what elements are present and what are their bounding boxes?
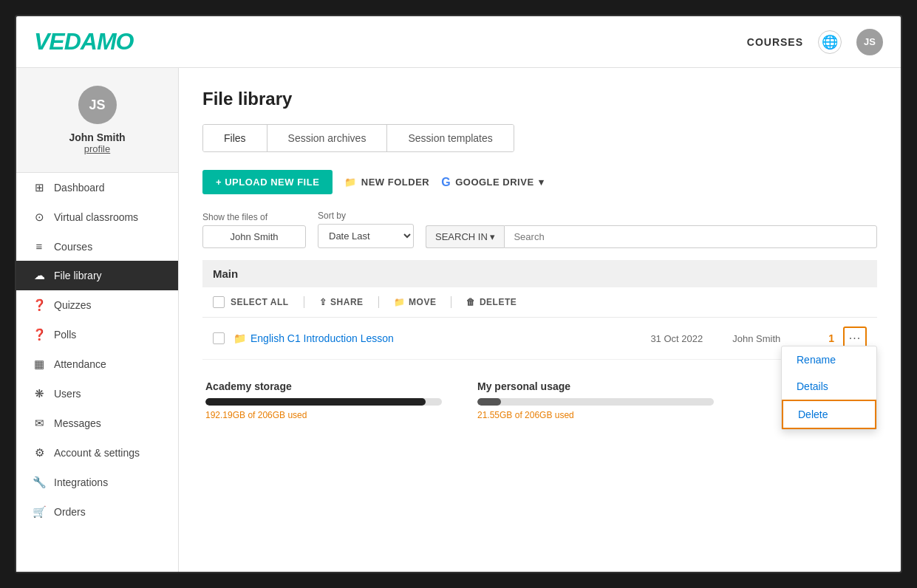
divider bbox=[378, 296, 379, 308]
tab-session-archives[interactable]: Session archives bbox=[267, 125, 388, 151]
rename-menu-item[interactable]: Rename bbox=[782, 346, 876, 373]
sidebar-item-label: File library bbox=[54, 270, 102, 281]
search-input[interactable] bbox=[504, 225, 877, 248]
folder-icon: 📁 bbox=[233, 332, 246, 344]
personal-storage-title: My personal usage bbox=[477, 380, 714, 392]
logo: VEDAMO bbox=[34, 28, 133, 55]
file-row: 📁 English C1 Introduction Lesson 31 Oct … bbox=[202, 318, 877, 360]
academy-progress-bar bbox=[205, 398, 442, 406]
google-drive-button[interactable]: G GOOGLE DRIVE ▾ bbox=[441, 176, 544, 189]
sidebar-item-label: Quizzes bbox=[54, 299, 92, 311]
file-checkbox[interactable] bbox=[213, 332, 225, 344]
sidebar-nav: ⊞ Dashboard ⊙ Virtual classrooms ≡ Cours… bbox=[16, 173, 178, 527]
sidebar-item-label: Messages bbox=[54, 417, 101, 429]
account-settings-icon: ⚙ bbox=[32, 446, 47, 459]
globe-icon[interactable]: 🌐 bbox=[818, 30, 842, 54]
academy-progress-fill bbox=[205, 398, 426, 406]
sidebar-item-label: Integrations bbox=[54, 476, 108, 488]
main-layout: JS John Smith profile ⊞ Dashboard ⊙ Virt… bbox=[16, 68, 901, 572]
sort-select[interactable]: Date Last bbox=[318, 224, 414, 248]
folder-icon: 📁 bbox=[344, 177, 357, 188]
file-owner: John Smith bbox=[732, 333, 806, 344]
file-date: 31 Oct 2022 bbox=[650, 333, 703, 344]
delete-button[interactable]: 🗑 DELETE bbox=[466, 297, 517, 307]
sidebar-profile: JS John Smith profile bbox=[16, 68, 178, 173]
personal-storage-text: 21.55GB of 206GB used bbox=[477, 410, 714, 420]
google-icon: G bbox=[441, 176, 451, 189]
academy-storage-title: Academy storage bbox=[205, 380, 442, 392]
move-button[interactable]: 📁 MOVE bbox=[394, 297, 437, 307]
share-icon: ⇪ bbox=[319, 297, 327, 307]
file-library-icon: ☁ bbox=[32, 269, 47, 282]
sidebar-item-quizzes[interactable]: ❓ Quizzes bbox=[16, 290, 178, 320]
chevron-down-icon: ▾ bbox=[539, 177, 545, 188]
profile-link[interactable]: profile bbox=[28, 143, 166, 154]
attendance-icon: ▦ bbox=[32, 358, 47, 371]
header: VEDAMO COURSES 🌐 JS bbox=[16, 16, 901, 68]
content-area: File library Files Session archives Sess… bbox=[179, 68, 901, 572]
filter-sort-group: Sort by Date Last bbox=[318, 211, 414, 248]
tab-session-templates[interactable]: Session templates bbox=[387, 125, 513, 151]
action-toolbar: + UPLOAD NEW FILE 📁 NEW FOLDER G GOOGLE … bbox=[202, 170, 877, 194]
sidebar-item-label: Virtual classrooms bbox=[54, 211, 138, 223]
sidebar-item-integrations[interactable]: 🔧 Integrations bbox=[16, 468, 178, 497]
sidebar-item-label: Orders bbox=[54, 506, 86, 518]
sidebar-item-attendance[interactable]: ▦ Attendance bbox=[16, 349, 178, 379]
delete-menu-item[interactable]: Delete bbox=[782, 400, 876, 429]
users-icon: ❋ bbox=[32, 387, 47, 400]
sidebar-username: John Smith bbox=[28, 131, 166, 143]
divider bbox=[304, 296, 304, 308]
select-all-checkbox[interactable] bbox=[213, 296, 225, 308]
virtual-classrooms-icon: ⊙ bbox=[32, 211, 47, 224]
new-folder-button[interactable]: 📁 NEW FOLDER bbox=[344, 177, 429, 188]
academy-storage-text: 192.19GB of 206GB used bbox=[205, 410, 442, 420]
context-menu: Rename Details Delete bbox=[781, 346, 877, 430]
academy-storage: Academy storage 192.19GB of 206GB used bbox=[205, 380, 442, 420]
courses-icon: ≡ bbox=[32, 240, 47, 253]
polls-icon: ❓ bbox=[32, 328, 47, 341]
sort-by-label: Sort by bbox=[318, 211, 414, 221]
personal-storage: My personal usage 21.55GB of 206GB used bbox=[477, 380, 714, 420]
sidebar-item-courses[interactable]: ≡ Courses bbox=[16, 232, 178, 261]
tab-files[interactable]: Files bbox=[203, 125, 267, 151]
sidebar-item-virtual-classrooms[interactable]: ⊙ Virtual classrooms bbox=[16, 202, 178, 232]
search-in-button[interactable]: SEARCH IN ▾ bbox=[426, 225, 504, 248]
courses-link[interactable]: COURSES bbox=[747, 36, 803, 48]
sidebar-item-label: Attendance bbox=[54, 358, 106, 370]
divider bbox=[451, 296, 451, 308]
integrations-icon: 🔧 bbox=[32, 476, 47, 489]
section-header: Main bbox=[202, 260, 877, 287]
owner-filter-button[interactable]: John Smith bbox=[202, 225, 306, 248]
delete-icon: 🗑 bbox=[466, 297, 476, 307]
file-name[interactable]: English C1 Introduction Lesson bbox=[250, 332, 650, 344]
filter-row: Show the files of John Smith Sort by Dat… bbox=[202, 211, 877, 248]
page-title: File library bbox=[202, 89, 877, 109]
avatar: JS bbox=[78, 86, 117, 124]
sidebar-item-account-settings[interactable]: ⚙ Account & settings bbox=[16, 438, 178, 468]
dashboard-icon: ⊞ bbox=[32, 181, 47, 194]
share-button[interactable]: ⇪ SHARE bbox=[319, 297, 364, 307]
sidebar-item-polls[interactable]: ❓ Polls bbox=[16, 320, 178, 349]
sidebar-item-label: Account & settings bbox=[54, 447, 140, 459]
move-icon: 📁 bbox=[394, 297, 406, 307]
quizzes-icon: ❓ bbox=[32, 298, 47, 312]
select-all-button[interactable]: SELECT ALL bbox=[231, 297, 289, 307]
upload-button[interactable]: + UPLOAD NEW FILE bbox=[202, 170, 333, 194]
messages-icon: ✉ bbox=[32, 417, 47, 430]
files-toolbar: SELECT ALL ⇪ SHARE 📁 MOVE 🗑 DELETE bbox=[202, 287, 877, 318]
sidebar-item-messages[interactable]: ✉ Messages bbox=[16, 408, 178, 438]
sidebar-item-label: Courses bbox=[54, 241, 92, 253]
storage-section: Academy storage 192.19GB of 206GB used M… bbox=[202, 380, 877, 420]
sidebar-item-dashboard[interactable]: ⊞ Dashboard bbox=[16, 173, 178, 202]
file-number: 1 bbox=[828, 332, 834, 344]
header-avatar[interactable]: JS bbox=[856, 29, 883, 55]
sidebar-item-label: Polls bbox=[54, 329, 76, 341]
details-menu-item[interactable]: Details bbox=[782, 373, 876, 400]
filter-owner-group: Show the files of John Smith bbox=[202, 212, 306, 248]
sidebar-item-users[interactable]: ❋ Users bbox=[16, 379, 178, 408]
orders-icon: 🛒 bbox=[32, 505, 47, 519]
sidebar-item-label: Dashboard bbox=[54, 182, 105, 194]
sidebar-item-orders[interactable]: 🛒 Orders bbox=[16, 497, 178, 527]
sidebar-item-file-library[interactable]: ☁ File library bbox=[16, 261, 178, 290]
personal-progress-bar bbox=[477, 398, 714, 406]
